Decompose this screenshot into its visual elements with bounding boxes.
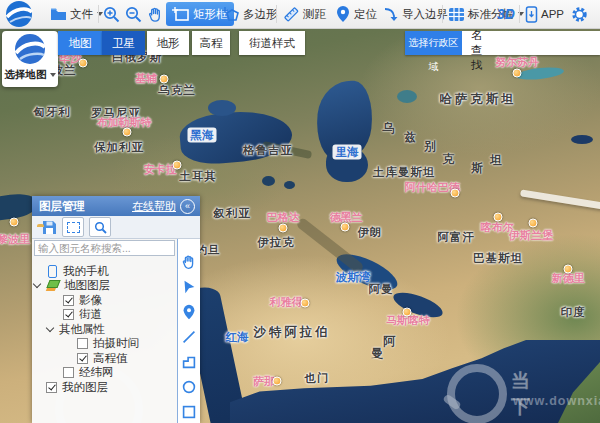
hand-icon bbox=[146, 5, 165, 24]
zoom-in-button[interactable] bbox=[102, 0, 121, 28]
import-boundary-button[interactable]: 导入边界 bbox=[382, 0, 448, 28]
3d-mode-button[interactable]: 3D bbox=[497, 0, 515, 28]
measure-tool-button[interactable]: 测距 bbox=[282, 0, 326, 28]
tree-item-label: 街道 bbox=[79, 307, 102, 322]
settings-button[interactable] bbox=[570, 0, 589, 28]
hand-tool-icon[interactable] bbox=[180, 253, 198, 271]
black-sea-shape bbox=[178, 107, 294, 167]
folder-icon bbox=[50, 7, 67, 21]
checkbox[interactable] bbox=[63, 309, 74, 320]
expander-icon[interactable] bbox=[46, 324, 54, 332]
map-mode-button[interactable]: 地图 bbox=[58, 31, 102, 55]
polygon-plus-icon bbox=[222, 6, 240, 22]
admin-region-button[interactable]: 选择行政区域 bbox=[405, 31, 462, 55]
layer-panel: 图层管理 在线帮助 « 我的手 bbox=[32, 196, 200, 423]
zoom-out-button[interactable] bbox=[124, 0, 143, 28]
tree-item-label: 高程值 bbox=[93, 351, 128, 366]
app-window: 白俄罗斯波兰乌克兰匈牙利罗马尼亚保加利亚格鲁吉亚哈萨克斯坦土库曼斯坦土耳其叙利亚… bbox=[0, 0, 600, 423]
marquee-icon bbox=[67, 222, 80, 233]
polygon-tool-button[interactable]: 多边形 bbox=[222, 0, 278, 28]
file-menu-button[interactable]: 文件 bbox=[50, 0, 103, 28]
tree-item[interactable]: 地图图层 bbox=[32, 279, 177, 294]
checkbox[interactable] bbox=[46, 382, 57, 393]
gulf-of-oman-shape bbox=[390, 288, 445, 323]
arabian-sea-shape bbox=[230, 340, 600, 423]
select-cursor-icon[interactable] bbox=[180, 278, 198, 296]
polygon-tool-icon[interactable] bbox=[180, 353, 198, 371]
expander-icon[interactable] bbox=[33, 280, 41, 288]
terrain-mode-button[interactable]: 地形 bbox=[147, 31, 189, 55]
caspian-south-shape bbox=[326, 146, 368, 182]
google-earth-logo-icon bbox=[12, 31, 48, 67]
marquee-select-button[interactable] bbox=[62, 217, 84, 237]
element-search-input[interactable] bbox=[34, 240, 175, 256]
collapse-panel-button[interactable]: « bbox=[180, 199, 195, 214]
tree-item-label: 我的图层 bbox=[62, 380, 108, 395]
tree-item-label: 拍摄时间 bbox=[93, 336, 139, 351]
place-search-input[interactable] bbox=[489, 32, 600, 54]
ruler-icon bbox=[282, 5, 300, 23]
tree-item[interactable]: 街道 bbox=[32, 308, 177, 323]
tree-item[interactable]: 高程值 bbox=[32, 351, 177, 366]
line-tool-icon[interactable] bbox=[180, 328, 198, 346]
tree-item[interactable]: 经纬网 bbox=[32, 366, 177, 381]
layer-panel-title: 图层管理 bbox=[32, 199, 85, 214]
elevation-mode-button[interactable]: 高程 bbox=[192, 31, 230, 55]
panel-search-button[interactable] bbox=[89, 217, 111, 237]
place-search-box[interactable]: 地名查找 bbox=[462, 31, 600, 55]
pan-button[interactable] bbox=[146, 0, 165, 28]
rectangle-plus-icon bbox=[172, 6, 190, 22]
main-toolbar: 文件 bbox=[0, 0, 600, 29]
select-map-button[interactable]: 选择地图 bbox=[5, 68, 56, 82]
search-icon bbox=[94, 221, 107, 234]
tree-item-label: 影像 bbox=[79, 293, 102, 308]
select-map-tile[interactable]: 选择地图 bbox=[2, 31, 58, 87]
aral-sea-shape bbox=[397, 90, 417, 103]
online-help-link[interactable]: 在线帮助 bbox=[132, 199, 176, 214]
tree-item-label: 其他属性 bbox=[59, 322, 105, 337]
phone-icon bbox=[48, 265, 57, 278]
layer-panel-toolbar bbox=[32, 216, 200, 239]
chevron-down-icon bbox=[50, 73, 56, 77]
tree-item[interactable]: 拍摄时间 bbox=[32, 337, 177, 352]
tree-item[interactable]: 影像 bbox=[32, 293, 177, 308]
lake-van-shape bbox=[284, 181, 295, 189]
watermark-logo bbox=[447, 364, 507, 423]
tree-item[interactable]: 我的手机 bbox=[32, 264, 177, 279]
checkbox[interactable] bbox=[77, 338, 88, 349]
zagros-shape bbox=[295, 217, 365, 275]
layer-panel-header: 图层管理 在线帮助 « bbox=[32, 196, 200, 216]
draw-tools-strip bbox=[177, 239, 200, 423]
circle-tool-icon[interactable] bbox=[180, 378, 198, 396]
lake-issykkul-shape bbox=[571, 135, 593, 144]
locate-tool-button[interactable]: 定位 bbox=[335, 0, 377, 28]
checkbox[interactable] bbox=[63, 367, 74, 378]
himalaya-shape bbox=[520, 189, 600, 209]
tree-item[interactable]: 我的图层 bbox=[32, 380, 177, 395]
lake-balkhash-shape bbox=[516, 66, 565, 82]
tree-item-label: 地图图层 bbox=[64, 278, 110, 293]
tree-item-label: 我的手机 bbox=[63, 264, 109, 279]
phone-download-icon bbox=[525, 6, 538, 23]
point-pin-icon[interactable] bbox=[180, 303, 198, 321]
azov-sea-shape bbox=[208, 100, 236, 116]
zoom-out-icon bbox=[124, 5, 143, 24]
rectangle-tool-icon[interactable] bbox=[180, 403, 198, 421]
gear-icon bbox=[570, 5, 589, 24]
curved-arrow-down-icon bbox=[382, 6, 399, 23]
layers-icon bbox=[46, 280, 59, 292]
app-logo-icon bbox=[3, 0, 35, 30]
grid-icon bbox=[448, 7, 465, 22]
satellite-mode-button[interactable]: 卫星 bbox=[102, 31, 145, 55]
checkbox[interactable] bbox=[77, 353, 88, 364]
tree-item-label: 经纬网 bbox=[79, 365, 114, 380]
save-button[interactable] bbox=[42, 220, 57, 235]
checkbox[interactable] bbox=[63, 295, 74, 306]
watermark-url: www.downxia.com bbox=[513, 394, 600, 408]
tree-item[interactable]: 其他属性 bbox=[32, 322, 177, 337]
street-style-button[interactable]: 街道样式 bbox=[239, 31, 305, 55]
location-pin-icon bbox=[335, 5, 351, 23]
zoom-in-icon bbox=[102, 5, 121, 24]
app-download-button[interactable]: APP bbox=[525, 0, 564, 28]
layer-tree: 我的手机地图图层影像街道其他属性拍摄时间高程值经纬网我的图层 bbox=[32, 261, 177, 423]
